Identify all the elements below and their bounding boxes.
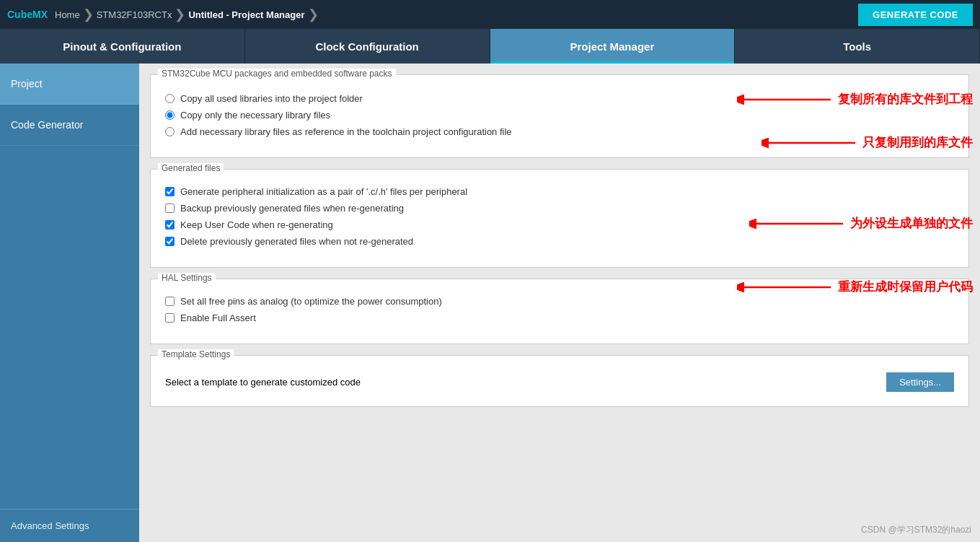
tab-clock[interactable]: Clock Configuration — [245, 29, 490, 64]
sidebar-item-code-generator[interactable]: Code Generator — [0, 105, 139, 146]
generated-files-title: Generated files — [158, 163, 224, 173]
hal-settings-title: HAL Settings — [158, 273, 216, 283]
add-reference-option[interactable]: Add necessary library files as reference… — [165, 126, 954, 137]
template-row: Select a template to generate customized… — [165, 372, 954, 392]
top-bar: CubeMX Home ❯ STM32F103RCTx ❯ Untitled -… — [0, 0, 980, 29]
content-area: STM32Cube MCU packages and embedded soft… — [139, 64, 980, 542]
set-analog-option[interactable]: Set all free pins as analog (to optimize… — [165, 296, 954, 307]
delete-prev-option[interactable]: Delete previously generated files when n… — [165, 236, 954, 247]
breadcrumb: CubeMX Home ❯ STM32F103RCTx ❯ Untitled -… — [7, 6, 322, 22]
template-description: Select a template to generate customized… — [165, 377, 361, 388]
gen-peripheral-option[interactable]: Generate peripheral initialization as a … — [165, 186, 954, 197]
backup-files-checkbox[interactable] — [165, 204, 175, 213]
mcu-packages-options: Copy all used libraries into the project… — [165, 93, 954, 137]
sidebar-spacer — [0, 146, 139, 509]
breadcrumb-device[interactable]: STM32F103RCTx — [97, 9, 172, 20]
set-analog-checkbox[interactable] — [165, 297, 175, 306]
hal-settings-options: Set all free pins as analog (to optimize… — [165, 296, 954, 323]
keep-user-code-checkbox[interactable] — [165, 220, 175, 230]
main-layout: Project Code Generator Advanced Settings… — [0, 64, 980, 542]
generated-files-panel: Generated files Generate peripheral init… — [150, 169, 969, 268]
delete-prev-checkbox[interactable] — [165, 237, 175, 246]
watermark: CSDN @学习STM32的haozi — [861, 524, 971, 536]
template-settings-title: Template Settings — [158, 349, 234, 359]
backup-files-option[interactable]: Backup previously generated files when r… — [165, 203, 954, 214]
copy-necessary-radio[interactable] — [165, 110, 175, 120]
add-reference-radio[interactable] — [165, 127, 175, 136]
template-settings-panel: Template Settings Select a template to g… — [150, 355, 969, 407]
generated-files-options: Generate peripheral initialization as a … — [165, 186, 954, 247]
tab-tools[interactable]: Tools — [735, 29, 980, 64]
sidebar: Project Code Generator Advanced Settings — [0, 64, 139, 542]
breadcrumb-sep-3: ❯ — [308, 6, 319, 22]
gen-peripheral-checkbox[interactable] — [165, 187, 175, 196]
tab-pinout[interactable]: Pinout & Configuration — [0, 29, 245, 64]
brand-logo: CubeMX — [7, 9, 48, 20]
keep-user-code-option[interactable]: Keep User Code when re-generating — [165, 219, 954, 230]
sidebar-item-project[interactable]: Project — [0, 64, 139, 105]
breadcrumb-current[interactable]: Untitled - Project Manager — [188, 9, 304, 20]
tab-bar: Pinout & Configuration Clock Configurati… — [0, 29, 980, 64]
breadcrumb-sep-1: ❯ — [83, 6, 94, 22]
copy-necessary-option[interactable]: Copy only the necessary library files — [165, 110, 954, 121]
generate-code-button[interactable]: GENERATE CODE — [858, 4, 973, 26]
copy-all-option[interactable]: Copy all used libraries into the project… — [165, 93, 954, 104]
mcu-packages-title: STM32Cube MCU packages and embedded soft… — [158, 69, 396, 79]
enable-assert-checkbox[interactable] — [165, 313, 175, 323]
copy-all-radio[interactable] — [165, 94, 175, 103]
mcu-packages-panel: STM32Cube MCU packages and embedded soft… — [150, 74, 969, 158]
hal-settings-panel: HAL Settings Set all free pins as analog… — [150, 279, 969, 344]
enable-assert-option[interactable]: Enable Full Assert — [165, 312, 954, 323]
sidebar-advanced-settings[interactable]: Advanced Settings — [0, 509, 139, 542]
breadcrumb-home[interactable]: Home — [55, 9, 80, 20]
breadcrumb-sep-2: ❯ — [175, 6, 185, 22]
settings-button[interactable]: Settings... — [886, 372, 954, 392]
tab-project[interactable]: Project Manager — [490, 29, 736, 64]
